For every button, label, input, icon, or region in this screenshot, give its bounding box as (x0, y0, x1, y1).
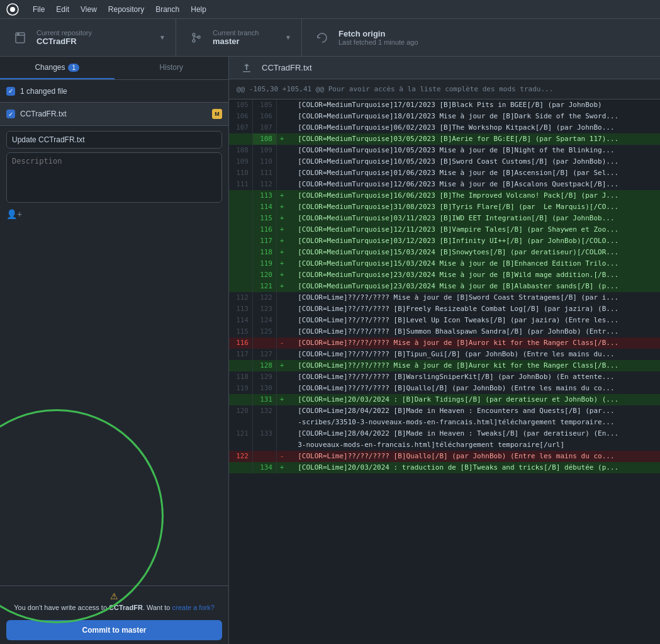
menu-repository[interactable]: Repository (108, 5, 144, 14)
table-row: 3-nouveaux-mods-en-francais.html]télécha… (229, 439, 660, 451)
upload-icon[interactable] (237, 58, 257, 78)
table-row: 108109 [COLOR=MediumTurquoise]10/05/2023… (229, 145, 660, 156)
repo-text: Current repository CCTradFR (36, 29, 153, 46)
table-row: 128+ [COLOR=Lime]??/??/???? Mise à jour … (229, 360, 660, 371)
table-row: 120+ [COLOR=MediumTurquoise]23/03/2024 M… (229, 269, 660, 281)
commit-summary-input[interactable] (6, 131, 222, 149)
warning-text-after: . Want to (143, 604, 172, 611)
tab-changes-badge: 1 (68, 64, 79, 72)
select-all-checkbox[interactable]: ✓ (6, 87, 15, 96)
svg-point-1 (10, 7, 15, 12)
table-row: 121+ [COLOR=MediumTurquoise]23/03/2024 M… (229, 281, 660, 292)
table-row: 107107 [COLOR=MediumTurquoise]06/02/2023… (229, 122, 660, 133)
commit-area: 👤+ (0, 126, 228, 585)
table-row: 118+ [COLOR=MediumTurquoise]15/03/2024 [… (229, 247, 660, 258)
fetch-text: Fetch origin Last fetched 1 minute ago (338, 29, 650, 46)
menu-edit[interactable]: Edit (56, 5, 69, 14)
menu-file[interactable]: File (33, 5, 45, 14)
warning-text: You don't have write access to CCTradFR.… (14, 604, 215, 611)
repo-name: CCTradFR (36, 37, 153, 46)
changed-files-header: ✓ 1 changed file (0, 80, 228, 103)
table-row: 112122 [COLOR=Lime]??/??/???? Mise à jou… (229, 292, 660, 303)
branch-chevron: ▼ (285, 34, 291, 41)
tab-changes-label: Changes (35, 63, 65, 72)
table-row: 122- [COLOR=Lime]??/??/???? [B]Quallo[/B… (229, 451, 660, 462)
table-row: 116- [COLOR=Lime]??/??/???? Mise à jour … (229, 337, 660, 349)
svg-point-5 (193, 33, 195, 36)
fetch-origin-section[interactable]: Fetch origin Last fetched 1 minute ago (302, 19, 660, 56)
svg-rect-9 (243, 71, 250, 72)
coauthors-icon: 👤+ (6, 209, 22, 219)
warning-bold: CCTradFR (109, 604, 143, 611)
table-row: 111112 [COLOR=MediumTurquoise]12/06/2023… (229, 179, 660, 190)
toolbar: Current repository CCTradFR ▼ Current br… (0, 19, 660, 57)
current-branch-section[interactable]: Current branch master ▼ (176, 19, 302, 56)
table-row: 105105 [COLOR=MediumTurquoise]17/01/2023… (229, 99, 660, 111)
menu-view[interactable]: View (81, 5, 97, 14)
table-row: 116+ [COLOR=MediumTurquoise]12/11/2023 [… (229, 224, 660, 235)
table-row: 118129 [COLOR=Lime]??/??/???? [B]Warslin… (229, 371, 660, 383)
table-row: 120132 [COLOR=Lime]28/04/2022 [B]Made in… (229, 405, 660, 417)
diff-file-title: CCTradFR.txt (262, 63, 312, 72)
warning-icon: ⚠ (110, 591, 118, 601)
tab-history-label: History (160, 63, 183, 72)
table-row: 117+ [COLOR=MediumTurquoise]03/12/2023 [… (229, 235, 660, 247)
table-row: 110111 [COLOR=MediumTurquoise]01/06/2023… (229, 167, 660, 179)
branch-label: Current branch (213, 29, 279, 37)
fetch-sublabel: Last fetched 1 minute ago (338, 38, 650, 46)
file-checkbox[interactable]: ✓ (6, 110, 15, 118)
table-row: 108+ [COLOR=MediumTurquoise]03/05/2023 [… (229, 133, 660, 145)
svg-point-6 (193, 40, 195, 42)
tab-history[interactable]: History (115, 57, 229, 79)
diff-content[interactable]: 105105 [COLOR=MediumTurquoise]17/01/2023… (229, 99, 660, 644)
tab-changes[interactable]: Changes 1 (0, 57, 115, 79)
table-row: 117127 [COLOR=Lime]??/??/???? [B]Tipun_G… (229, 349, 660, 360)
menu-help[interactable]: Help (191, 5, 206, 14)
main-layout: Changes 1 History ✓ 1 changed file ✓ CCT… (0, 57, 660, 644)
diff-hunk-info: @@ -105,30 +105,41 @@ Pour avoir accès à… (237, 85, 553, 93)
changed-files-count: 1 changed file (20, 87, 67, 96)
table-row: 115+ [COLOR=MediumTurquoise]03/11/2023 [… (229, 213, 660, 224)
repo-label: Current repository (36, 29, 153, 37)
commit-button[interactable]: Commit to master (6, 620, 222, 640)
fetch-label: Fetch origin (338, 29, 650, 38)
current-repo-section[interactable]: Current repository CCTradFR ▼ (0, 19, 176, 56)
branch-icon (186, 28, 206, 48)
commit-description-input[interactable] (6, 152, 222, 203)
table-row: 113+ [COLOR=MediumTurquoise]16/06/2023 [… (229, 190, 660, 201)
app-logo (6, 3, 19, 16)
warning-box: ⚠ You don't have write access to CCTradF… (0, 585, 228, 616)
repo-icon (10, 28, 30, 48)
table-row: 134+ [COLOR=Lime]20/03/2024 : traduction… (229, 462, 660, 473)
repo-chevron: ▼ (159, 34, 165, 41)
branch-name: master (213, 37, 279, 46)
file-modified-badge: M (212, 109, 222, 119)
list-item[interactable]: ✓ CCTradFR.txt M (0, 103, 228, 125)
menu-branch[interactable]: Branch (155, 5, 179, 14)
warning-text-before: You don't have write access to (14, 604, 109, 611)
create-fork-link[interactable]: create a fork? (172, 604, 215, 611)
table-row: 113123 [COLOR=Lime]??/??/???? [B]Freely … (229, 303, 660, 315)
right-panel: CCTradFR.txt @@ -105,30 +105,41 @@ Pour … (229, 57, 660, 644)
file-list: ✓ CCTradFR.txt M (0, 103, 228, 126)
refresh-icon (312, 28, 332, 48)
table-row: 114124 [COLOR=Lime]??/??/???? [B]Level U… (229, 315, 660, 326)
table-row: 119+ [COLOR=MediumTurquoise]15/03/2024 M… (229, 258, 660, 269)
diff-toolbar: @@ -105,30 +105,41 @@ Pour avoir accès à… (229, 79, 660, 99)
svg-rect-4 (17, 33, 20, 35)
coauthors-row: 👤+ (6, 206, 222, 222)
table-row: 121133 [COLOR=Lime]28/04/2022 [B]Made in… (229, 428, 660, 439)
table-row: -scribes/33510-3-nouveaux-mods-en-franca… (229, 417, 660, 428)
diff-header: CCTradFR.txt (229, 57, 660, 79)
file-name: CCTradFR.txt (20, 110, 207, 118)
menu-bar: File Edit View Repository Branch Help (0, 0, 660, 19)
tabs: Changes 1 History (0, 57, 228, 80)
table-row: 131+ [COLOR=Lime]20/03/2024 : [B]Dark Ti… (229, 394, 660, 405)
table-row: 114+ [COLOR=MediumTurquoise]31/08/2023 [… (229, 201, 660, 213)
left-panel: Changes 1 History ✓ 1 changed file ✓ CCT… (0, 57, 229, 644)
branch-text: Current branch master (213, 29, 279, 46)
table-row: 115125 [COLOR=Lime]??/??/???? [B]Summon … (229, 326, 660, 337)
table-row: 106106 [COLOR=MediumTurquoise]18/01/2023… (229, 111, 660, 122)
table-row: 119130 [COLOR=Lime]??/??/???? [B]Quallo[… (229, 383, 660, 394)
table-row: 109110 [COLOR=MediumTurquoise]10/05/2023… (229, 156, 660, 167)
